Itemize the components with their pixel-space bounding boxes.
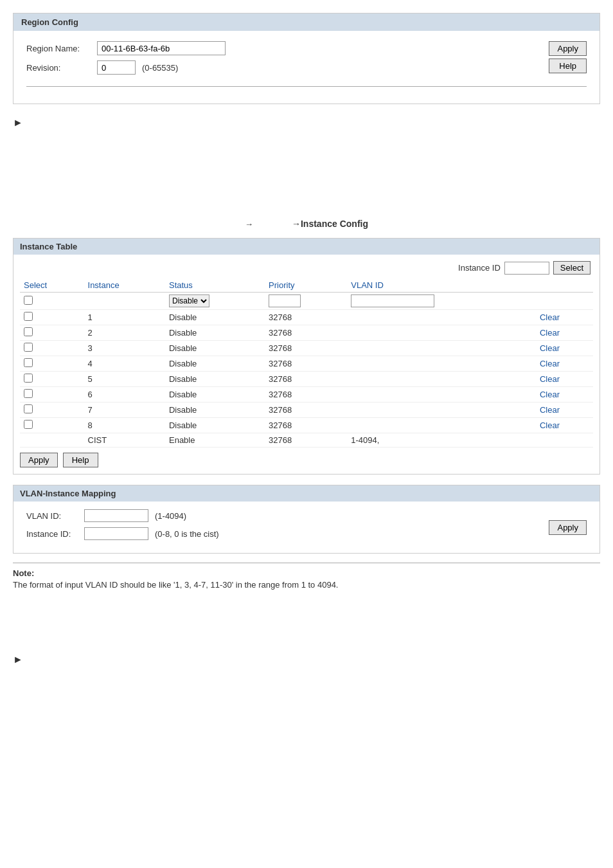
spacer-2 — [13, 590, 600, 641]
row-status: Disable — [165, 310, 265, 325]
row-vlanid: 1-4094, — [347, 433, 536, 448]
row-select-checkbox[interactable] — [24, 343, 33, 352]
row-status: Enable — [165, 433, 265, 448]
right-arrow-icon: ► — [13, 654, 23, 665]
table-row: 3Disable32768Clear — [20, 341, 593, 356]
row-status: Disable — [165, 325, 265, 341]
revision-row: Revision: (0-65535) — [26, 60, 549, 75]
header-select-checkbox[interactable] — [24, 296, 33, 305]
region-name-label: Region Name: — [26, 44, 97, 53]
row-status: Disable — [165, 402, 265, 418]
row-vlanid — [347, 341, 536, 356]
row-select-checkbox[interactable] — [24, 374, 33, 383]
row-instance: 7 — [84, 402, 165, 418]
vlan-id-row: VLAN ID: (1-4094) — [26, 509, 538, 522]
table-row: 5Disable32768Clear — [20, 372, 593, 387]
row-instance: 6 — [84, 387, 165, 402]
arrow-right: ► — [13, 654, 600, 665]
instance-select-button[interactable]: Select — [553, 261, 591, 275]
row-priority: 32768 — [265, 402, 347, 418]
table-row: 7Disable32768Clear — [20, 402, 593, 418]
row-status: Disable — [165, 372, 265, 387]
col-instance: Instance — [84, 278, 165, 293]
instance-apply-button[interactable]: Apply — [20, 453, 58, 467]
vlan-mapping-body: VLAN ID: (1-4094) Instance ID: (0-8, 0 i… — [13, 502, 600, 553]
revision-label: Revision: — [26, 63, 97, 73]
row-clear-link[interactable]: Clear — [540, 405, 560, 415]
col-priority: Priority — [265, 278, 347, 293]
instance-id-label: Instance ID — [458, 263, 501, 273]
table-action-buttons: Apply Help — [20, 453, 593, 467]
vlan-instance-hint: (0-8, 0 is the cist) — [155, 529, 219, 539]
row-select-checkbox[interactable] — [24, 327, 33, 336]
row-instance: 4 — [84, 356, 165, 372]
vlan-mapping-header: VLAN-Instance Mapping — [13, 485, 600, 502]
row-vlanid — [347, 310, 536, 325]
col-clear-header — [536, 278, 593, 293]
instance-help-button[interactable]: Help — [63, 453, 98, 467]
row-instance: 1 — [84, 310, 165, 325]
row-status: Disable — [165, 356, 265, 372]
row-vlanid — [347, 418, 536, 433]
row-clear-link[interactable]: Clear — [540, 312, 560, 322]
table-row: 1Disable32768Clear — [20, 310, 593, 325]
vlan-instance-field[interactable] — [84, 527, 148, 540]
header-status-select[interactable]: Disable Enable — [169, 294, 209, 307]
region-help-button[interactable]: Help — [549, 59, 587, 73]
region-name-input[interactable] — [97, 41, 226, 55]
instance-id-row: Instance ID Select — [20, 261, 593, 275]
region-apply-button[interactable]: Apply — [549, 41, 587, 56]
revision-input[interactable] — [97, 60, 136, 75]
row-clear-link[interactable]: Clear — [540, 390, 560, 399]
instance-table-header: Instance Table — [13, 239, 600, 255]
row-instance: 5 — [84, 372, 165, 387]
row-priority: 32768 — [265, 433, 347, 448]
instance-data-table: Select Instance Status Priority VLAN ID … — [20, 278, 593, 448]
table-row: 4Disable32768Clear — [20, 356, 593, 372]
row-vlanid — [347, 387, 536, 402]
row-priority: 32768 — [265, 325, 347, 341]
vlan-apply-button[interactable]: Apply — [549, 520, 587, 535]
row-select-checkbox[interactable] — [24, 404, 33, 413]
vlan-id-label: VLAN ID: — [26, 511, 84, 521]
row-select-checkbox[interactable] — [24, 389, 33, 398]
row-priority: 32768 — [265, 372, 347, 387]
row-clear-link[interactable]: Clear — [540, 359, 560, 368]
region-config-section: Region Config Region Name: Revision: (0-… — [13, 13, 600, 104]
col-select: Select — [20, 278, 84, 293]
region-config-buttons: Apply Help — [549, 41, 587, 73]
vlan-id-field[interactable] — [84, 509, 148, 522]
col-vlanid: VLAN ID — [347, 278, 536, 293]
vlan-instance-row: Instance ID: (0-8, 0 is the cist) — [26, 527, 538, 540]
revision-hint: (0-65535) — [142, 63, 178, 73]
row-instance: CIST — [84, 433, 165, 448]
row-clear-link[interactable]: Clear — [540, 420, 560, 430]
table-row: 6Disable32768Clear — [20, 387, 593, 402]
row-priority: 32768 — [265, 387, 347, 402]
table-row: 8Disable32768Clear — [20, 418, 593, 433]
row-clear-link[interactable]: Clear — [540, 374, 560, 384]
row-instance: 3 — [84, 341, 165, 356]
header-priority-input[interactable] — [269, 294, 301, 307]
vlan-instance-label: Instance ID: — [26, 529, 84, 539]
row-select-checkbox[interactable] — [24, 358, 33, 367]
row-select-checkbox[interactable] — [24, 312, 33, 321]
row-clear-link[interactable]: Clear — [540, 343, 560, 353]
row-status: Disable — [165, 341, 265, 356]
row-select-checkbox[interactable] — [24, 420, 33, 429]
row-vlanid — [347, 402, 536, 418]
col-status: Status — [165, 278, 265, 293]
vlan-mapping-section: VLAN-Instance Mapping VLAN ID: (1-4094) … — [13, 485, 600, 554]
instance-id-input[interactable] — [504, 262, 549, 275]
vlan-id-hint: (1-4094) — [155, 511, 186, 521]
table-row: CISTEnable327681-4094, — [20, 433, 593, 448]
header-vlan-input[interactable] — [351, 294, 434, 307]
row-instance: 2 — [84, 325, 165, 341]
instance-config-title: →Instance Config — [292, 219, 368, 229]
region-config-body: Region Name: Revision: (0-65535) Apply H… — [13, 31, 600, 104]
nav-arrows: → →Instance Config — [13, 219, 600, 229]
row-priority: 32768 — [265, 356, 347, 372]
note-label: Note: — [13, 568, 34, 578]
row-clear-link[interactable]: Clear — [540, 328, 560, 338]
row-priority: 32768 — [265, 310, 347, 325]
